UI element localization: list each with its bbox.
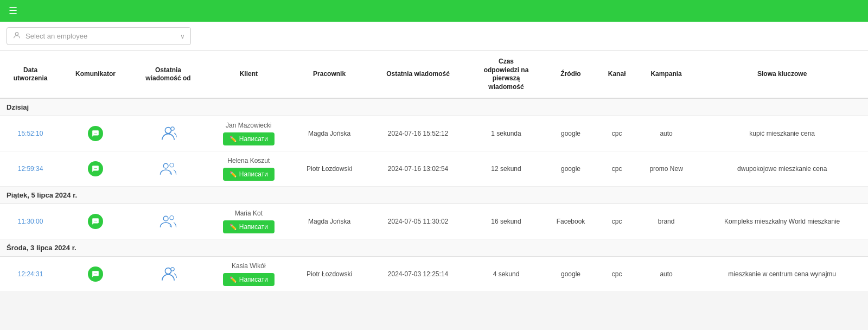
cell-klient: Maria Kot ✏️ Написати [206,204,291,239]
col-header-data-utworzenia: Datautworzenia [0,51,61,98]
svg-point-16 [170,215,174,219]
cell-ostatnia-wiadomosc: 2024-07-16 13:02:54 [368,151,469,187]
svg-point-9 [163,163,168,168]
svg-point-0 [15,33,18,35]
cell-klient: Kasia Wikół ✏️ Написати [206,257,291,292]
svg-point-10 [170,163,174,167]
cell-slowa-kluczowe: Kompleks mieszkalny World mieszkanie [696,204,868,239]
cell-czas-odpowiedzi: 16 sekund [468,204,544,239]
pencil-icon: ✏️ [229,276,237,283]
cell-czas-odpowiedzi: 1 sekunda [468,116,544,151]
client-name: Helena Koszut [227,157,270,164]
cell-avatar [130,257,206,292]
cell-komunikator [61,257,130,292]
table-row: 11:30:00 Maria Kot ✏️ Написати Magda Joń… [0,204,868,239]
cell-kanal: cpc [597,257,636,292]
time-link[interactable]: 11:30:00 [18,218,43,225]
group-header-row: Środa, 3 lipca 2024 r. [0,239,868,257]
svg-point-2 [95,133,95,134]
col-header-kanal: Kanał [597,51,636,98]
svg-point-19 [95,274,95,274]
cell-kampania: auto [636,257,696,292]
cell-ostatnia-wiadomosc: 2024-07-16 15:52:12 [368,116,469,151]
cell-slowa-kluczowe: kupić mieszkanie cena [696,116,868,151]
svg-point-4 [165,127,171,133]
conversations-table: Datautworzenia Komunikator Ostatniawiado… [0,51,868,292]
napisati-button[interactable]: ✏️ Написати [223,273,275,286]
cell-ostatnia-wiadomosc: 2024-07-03 12:25:14 [368,257,469,292]
chevron-down-icon: ∨ [180,33,185,40]
cell-klient: Helena Koszut ✏️ Написати [206,151,291,187]
message-icon [88,161,103,176]
cell-kanal: cpc [597,151,636,187]
col-header-kampania: Kampania [636,51,696,98]
time-link[interactable]: 12:24:31 [18,270,43,278]
col-header-komunikator: Komunikator [61,51,130,98]
col-header-slowa-kluczowe: Słowa kluczowe [696,51,868,98]
main-table-wrapper: Datautworzenia Komunikator Ostatniawiado… [0,51,868,292]
cell-czas-odpowiedzi: 4 sekund [468,257,544,292]
svg-point-6 [94,168,94,169]
cell-time: 11:30:00 [0,204,61,239]
cell-kampania: auto [636,116,696,151]
group-label: Dzisiaj [0,98,868,116]
cell-zrodlo: Facebook [544,204,598,239]
svg-point-8 [97,168,97,169]
svg-point-3 [97,133,97,134]
cell-komunikator [61,151,130,187]
col-header-ostatnia-wiadomosc-od: Ostatniawiadomość od [130,51,206,98]
col-header-pracownik: Pracownik [291,51,367,98]
svg-point-14 [97,221,97,221]
client-name: Kasia Wikół [232,262,266,270]
col-header-czas-odpowiedzi: Czasodpowiedzi napierwsząwiadomość [468,51,544,98]
cell-slowa-kluczowe: mieszkanie w centrum cena wynajmu [696,257,868,292]
time-link[interactable]: 12:59:34 [18,165,43,173]
svg-point-20 [97,274,97,274]
cell-komunikator [61,204,130,239]
col-header-ostatnia-wiadomosc: Ostatnia wiadomość [368,51,469,98]
napisati-label: Написати [239,276,268,283]
message-icon [88,214,103,229]
table-row: 15:52:10 Jan Mazowiecki ✏️ Написати Magd… [0,116,868,151]
top-navigation-bar: ☰ [0,0,868,22]
cell-avatar [130,116,206,151]
cell-zrodlo: google [544,257,598,292]
cell-avatar [130,204,206,239]
cell-kampania: promo New [636,151,696,187]
cell-kanal: cpc [597,204,636,239]
svg-point-5 [171,127,174,130]
cell-time: 15:52:10 [0,116,61,151]
group-label: Środa, 3 lipca 2024 r. [0,239,868,257]
client-name: Maria Kot [235,210,263,217]
employee-selector-bar: Select an employee ∨ [0,22,868,51]
employee-select-dropdown[interactable]: Select an employee ∨ [7,27,191,45]
cell-klient: Jan Mazowiecki ✏️ Написати [206,116,291,151]
cell-pracownik: Magda Jońska [291,116,367,151]
client-name: Jan Mazowiecki [226,122,272,129]
napisati-button[interactable]: ✏️ Написати [223,220,275,233]
napisati-button[interactable]: ✏️ Написати [223,168,275,181]
svg-point-21 [165,268,171,274]
pencil-icon: ✏️ [229,136,237,143]
group-header-row: Dzisiaj [0,98,868,116]
group-header-row: Piątek, 5 lipca 2024 r. [0,187,868,204]
cell-time: 12:24:31 [0,257,61,292]
cell-zrodlo: google [544,116,598,151]
cell-ostatnia-wiadomosc: 2024-07-05 11:30:02 [368,204,469,239]
cell-komunikator [61,116,130,151]
time-link[interactable]: 15:52:10 [18,130,43,137]
hamburger-menu-icon[interactable]: ☰ [9,5,17,17]
napisati-button[interactable]: ✏️ Написати [223,132,275,145]
cell-czas-odpowiedzi: 12 sekund [468,151,544,187]
cell-kanal: cpc [597,116,636,151]
col-header-klient: Klient [206,51,291,98]
svg-point-18 [94,274,94,274]
svg-point-22 [171,268,174,271]
pencil-icon: ✏️ [229,224,237,231]
pencil-icon: ✏️ [229,171,237,178]
napisati-label: Написати [239,223,268,231]
svg-point-7 [95,168,95,169]
table-row: 12:24:31 Kasia Wikół ✏️ Написати Piotr Ł… [0,257,868,292]
message-icon [88,266,103,282]
cell-pracownik: Magda Jońska [291,204,367,239]
